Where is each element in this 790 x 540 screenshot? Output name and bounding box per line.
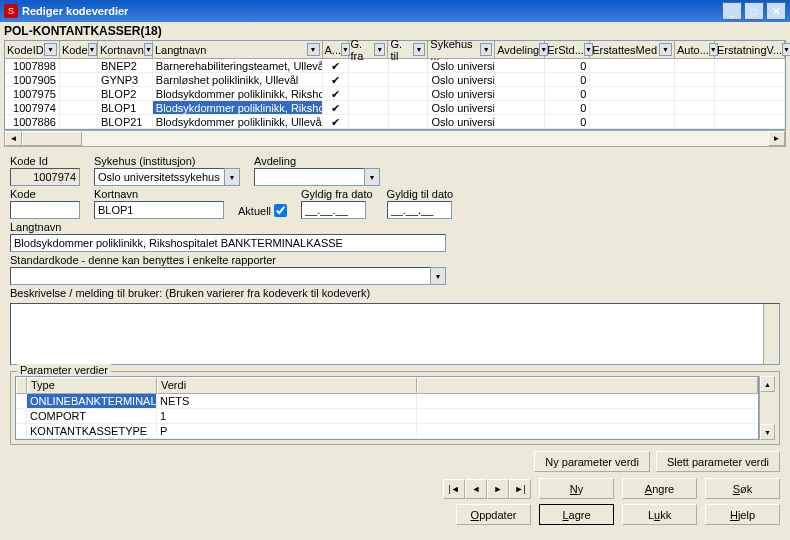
sykehus-label: Sykehus (institusjon) bbox=[94, 155, 240, 167]
titlebar: S Rediger kodeverdier _ □ ✕ bbox=[0, 0, 790, 22]
grid-header-cell[interactable]: ErStd...▼ bbox=[545, 41, 590, 58]
save-button[interactable]: Lagre bbox=[539, 504, 614, 525]
new-button[interactable]: Ny bbox=[539, 478, 614, 499]
kodeid-label: Kode Id bbox=[10, 155, 80, 167]
kortnavn-label: Kortnavn bbox=[94, 188, 224, 200]
scroll-left-icon[interactable]: ◄ bbox=[5, 131, 22, 146]
update-button[interactable]: Oppdater bbox=[456, 504, 531, 525]
chevron-down-icon[interactable]: ▼ bbox=[44, 43, 57, 56]
table-row[interactable]: 1007886BLOP21Blodsykdommer poliklinikk, … bbox=[5, 115, 785, 129]
scrollbar-v[interactable] bbox=[763, 304, 779, 364]
delete-param-button[interactable]: Slett parameter verdi bbox=[656, 451, 780, 472]
grid-header-cell[interactable]: G. fra▼ bbox=[349, 41, 389, 58]
nav-last-button[interactable]: ►| bbox=[509, 479, 531, 499]
grid-header-cell[interactable]: KodeID▼ bbox=[5, 41, 60, 58]
chevron-down-icon[interactable]: ▼ bbox=[224, 168, 240, 186]
gtil-label: Gyldig til dato bbox=[387, 188, 454, 200]
grid-header-cell[interactable]: Langtnavn▼ bbox=[153, 41, 323, 58]
codes-grid[interactable]: KodeID▼Kode▼Kortnavn▼Langtnavn▼A...▼G. f… bbox=[4, 40, 786, 130]
maximize-button[interactable]: □ bbox=[744, 2, 764, 20]
chevron-down-icon[interactable]: ▼ bbox=[413, 43, 426, 56]
grid-header-cell[interactable]: Kortnavn▼ bbox=[98, 41, 153, 58]
table-row[interactable]: 1007974BLOP1Blodsykdommer poliklinikk, R… bbox=[5, 101, 785, 115]
scroll-right-icon[interactable]: ► bbox=[768, 131, 785, 146]
nav-prev-button[interactable]: ◄ bbox=[465, 479, 487, 499]
langtnavn-field[interactable] bbox=[10, 234, 446, 252]
avdeling-label: Avdeling bbox=[254, 155, 380, 167]
chevron-down-icon[interactable]: ▼ bbox=[374, 43, 385, 56]
gfra-field[interactable] bbox=[301, 201, 366, 219]
grid-header-cell[interactable]: ErstattesMed▼ bbox=[590, 41, 675, 58]
kode-label: Kode bbox=[10, 188, 80, 200]
chevron-down-icon[interactable]: ▼ bbox=[307, 43, 320, 56]
aktuell-label: Aktuell bbox=[238, 205, 271, 217]
chevron-down-icon[interactable]: ▼ bbox=[480, 43, 492, 56]
aktuell-checkbox[interactable] bbox=[274, 204, 287, 217]
help-button[interactable]: Hjelp bbox=[705, 504, 780, 525]
kode-field[interactable] bbox=[10, 201, 80, 219]
undo-button[interactable]: Angre bbox=[622, 478, 697, 499]
app-icon: S bbox=[4, 4, 18, 18]
stdkode-combo[interactable]: ▼ bbox=[10, 267, 780, 285]
grid-header-cell[interactable]: Avdeling▼ bbox=[495, 41, 545, 58]
grid-scrollbar-h[interactable]: ◄ ► bbox=[4, 130, 786, 147]
chevron-down-icon[interactable]: ▼ bbox=[659, 43, 672, 56]
parameter-grid[interactable]: Type Verdi ONLINEBANKTERMINALNETSCOMPORT… bbox=[15, 376, 759, 440]
grid-header-cell[interactable]: Sykehus ...▼ bbox=[428, 41, 495, 58]
stdkode-label: Standardkode - denne kan benyttes i enke… bbox=[10, 254, 780, 266]
param-header-type[interactable]: Type bbox=[27, 377, 157, 394]
table-row[interactable]: 1007905GYNP3Barnløshet poliklinikk, Ulle… bbox=[5, 73, 785, 87]
grid-header-cell[interactable]: ErstatningV...▼ bbox=[715, 41, 785, 58]
parameter-group-title: Parameter verdier bbox=[17, 364, 111, 376]
grid-header-cell[interactable]: A...▼ bbox=[323, 41, 349, 58]
langtnavn-label: Langtnavn bbox=[10, 221, 780, 233]
close-button[interactable]: ✕ bbox=[766, 2, 786, 20]
chevron-down-icon[interactable]: ▼ bbox=[430, 267, 446, 285]
window-title: Rediger kodeverdier bbox=[22, 5, 722, 17]
grid-header-cell[interactable]: Auto...▼ bbox=[675, 41, 715, 58]
table-row[interactable]: 1007975BLOP2Blodsykdommer poliklinikk, R… bbox=[5, 87, 785, 101]
new-param-button[interactable]: Ny parameter verdi bbox=[534, 451, 650, 472]
grid-header-cell[interactable]: Kode▼ bbox=[60, 41, 98, 58]
param-row[interactable]: KONTANTKASSETYPEP bbox=[16, 424, 758, 439]
close-window-button[interactable]: Lukk bbox=[622, 504, 697, 525]
chevron-down-icon[interactable]: ▼ bbox=[782, 43, 790, 56]
grid-header-cell[interactable]: G. til▼ bbox=[388, 41, 428, 58]
gfra-label: Gyldig fra dato bbox=[301, 188, 373, 200]
gtil-field[interactable] bbox=[387, 201, 452, 219]
chevron-down-icon[interactable]: ▼ bbox=[364, 168, 380, 186]
param-row[interactable]: ONLINEBANKTERMINALNETS bbox=[16, 394, 758, 409]
minimize-button[interactable]: _ bbox=[722, 2, 742, 20]
beskrivelse-label: Beskrivelse / melding til bruker: (Bruke… bbox=[10, 287, 370, 299]
kortnavn-field[interactable] bbox=[94, 201, 224, 219]
param-scrollbar-v[interactable]: ▲▼ bbox=[759, 376, 775, 440]
beskrivelse-textarea[interactable] bbox=[10, 303, 780, 365]
scroll-thumb[interactable] bbox=[22, 131, 82, 146]
parameter-group: Parameter verdier Type Verdi ONLINEBANKT… bbox=[10, 371, 780, 445]
nav-next-button[interactable]: ► bbox=[487, 479, 509, 499]
record-nav: |◄ ◄ ► ►| bbox=[443, 479, 531, 499]
chevron-down-icon[interactable]: ▼ bbox=[144, 43, 153, 56]
avdeling-combo[interactable]: ▼ bbox=[254, 168, 380, 186]
search-button[interactable]: Søk bbox=[705, 478, 780, 499]
param-header-verdi[interactable]: Verdi bbox=[157, 377, 417, 394]
chevron-down-icon[interactable]: ▼ bbox=[88, 43, 97, 56]
param-row[interactable]: COMPORT1 bbox=[16, 409, 758, 424]
nav-first-button[interactable]: |◄ bbox=[443, 479, 465, 499]
sykehus-combo[interactable]: ▼ bbox=[94, 168, 240, 186]
kodeid-field bbox=[10, 168, 80, 186]
